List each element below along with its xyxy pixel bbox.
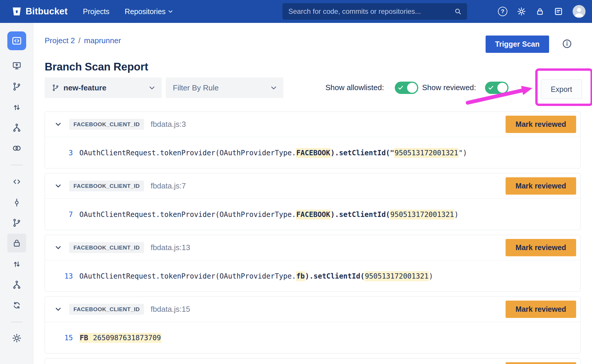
- finding-card: Mark reviewed: [45, 358, 581, 364]
- branch-icon[interactable]: [7, 77, 26, 96]
- main-content: Project 2 / maprunner Trigger Scan Branc…: [33, 23, 592, 364]
- finding-location: fbdata.js:15: [150, 305, 190, 314]
- help-icon[interactable]: ?: [498, 7, 507, 16]
- export-button[interactable]: Export: [541, 80, 582, 99]
- finding-location: fbdata.js:13: [150, 243, 190, 252]
- bitbucket-bucket-icon: [12, 6, 22, 16]
- clone-icon[interactable]: [7, 56, 26, 75]
- code-line: FB 2650987631873709: [79, 334, 161, 342]
- breadcrumb: Project 2 / maprunner: [45, 36, 121, 45]
- toggle-knob: [497, 83, 507, 93]
- sidebar: [0, 23, 34, 364]
- breadcrumb-project-link[interactable]: Project 2: [45, 36, 75, 45]
- show-reviewed-toggle[interactable]: [485, 82, 509, 94]
- findings-list: FACEBOOK_CLIENT_ID fbdata.js:3 Mark revi…: [45, 112, 581, 364]
- rule-badge: FACEBOOK_CLIENT_ID: [69, 242, 144, 253]
- finding-header: FACEBOOK_CLIENT_ID fbdata.js:3 Mark revi…: [45, 112, 580, 137]
- finding-location: fbdata.js:7: [150, 181, 186, 191]
- show-allowlisted-label: Show allowlisted:: [325, 83, 384, 92]
- line-number: 15: [45, 334, 73, 342]
- secret-scan-lock-icon[interactable]: [7, 234, 26, 252]
- lock-icon[interactable]: [536, 7, 544, 16]
- settings-gear-icon[interactable]: [7, 329, 26, 348]
- finding-header: FACEBOOK_CLIENT_ID fbdata.js:13 Mark rev…: [45, 235, 580, 260]
- navbar-actions: ?: [498, 0, 586, 23]
- finding-header: FACEBOOK_CLIENT_ID fbdata.js:15 Mark rev…: [45, 297, 580, 322]
- gear-icon[interactable]: [517, 7, 526, 16]
- pull-request-icon[interactable]: [7, 98, 26, 117]
- rule-badge: FACEBOOK_CLIENT_ID: [69, 119, 144, 130]
- brand-name: Bitbucket: [26, 6, 68, 17]
- branches-icon[interactable]: [7, 213, 26, 232]
- feedback-icon[interactable]: [554, 7, 563, 16]
- code-line: OAuthClientRequest.tokenProvider(OAuthPr…: [79, 272, 433, 280]
- chevron-down-icon: [149, 86, 155, 90]
- finding-card: FACEBOOK_CLIENT_ID fbdata.js:15 Mark rev…: [45, 296, 581, 353]
- trigger-scan-button[interactable]: Trigger Scan: [486, 36, 549, 53]
- collapse-chevron-icon[interactable]: [56, 123, 61, 126]
- top-navbar: Bitbucket Projects Repositories ?: [0, 0, 592, 23]
- deployments-icon[interactable]: [7, 139, 26, 158]
- breadcrumb-separator: /: [78, 36, 81, 45]
- check-icon: [397, 85, 404, 91]
- global-search: [282, 3, 467, 20]
- user-avatar[interactable]: [573, 5, 586, 18]
- rule-badge: FACEBOOK_CLIENT_ID: [69, 304, 144, 315]
- line-number: 3: [45, 149, 73, 157]
- toggle-knob: [407, 83, 417, 93]
- branch-selector[interactable]: new-feature: [45, 77, 162, 98]
- sidebar-divider: [11, 322, 23, 322]
- commit-icon[interactable]: [7, 193, 26, 212]
- repository-avatar[interactable]: [7, 31, 26, 50]
- show-reviewed-label: Show reviewed:: [422, 83, 476, 92]
- collapse-chevron-icon[interactable]: [56, 184, 61, 188]
- finding-location: fbdata.js:3: [150, 120, 186, 129]
- line-number: 7: [45, 210, 73, 219]
- mark-reviewed-button[interactable]: Mark reviewed: [506, 116, 576, 133]
- nav-projects[interactable]: Projects: [83, 7, 109, 16]
- rule-filter-selector[interactable]: Filter By Rule: [166, 77, 283, 98]
- source-code-icon[interactable]: [7, 172, 26, 191]
- breadcrumb-repo-link[interactable]: maprunner: [84, 36, 121, 45]
- chevron-down-icon: [168, 10, 173, 13]
- sync-icon[interactable]: [7, 296, 26, 315]
- branch-selector-value: new-feature: [63, 83, 106, 92]
- sidebar-divider: [11, 165, 23, 165]
- code-line: OAuthClientRequest.tokenProvider(OAuthPr…: [79, 149, 467, 157]
- mark-reviewed-button[interactable]: Mark reviewed: [506, 301, 576, 318]
- collapse-chevron-icon[interactable]: [56, 246, 61, 249]
- forks-icon[interactable]: [7, 275, 26, 294]
- finding-card: FACEBOOK_CLIENT_ID fbdata.js:13 Mark rev…: [45, 235, 581, 292]
- collapse-chevron-icon[interactable]: [56, 308, 61, 311]
- finding-code-row: 3 OAuthClientRequest.tokenProvider(OAuth…: [45, 137, 580, 168]
- search-input[interactable]: [288, 7, 454, 16]
- finding-code-row: 7 OAuthClientRequest.tokenProvider(OAuth…: [45, 199, 580, 230]
- fork-icon[interactable]: [7, 118, 26, 137]
- bitbucket-logo[interactable]: Bitbucket: [12, 6, 68, 17]
- search-icon[interactable]: [454, 8, 462, 15]
- page-title: Branch Scan Report: [45, 61, 148, 73]
- show-allowlisted-toggle[interactable]: [395, 82, 418, 94]
- pull-requests-icon[interactable]: [7, 255, 26, 274]
- nav-repositories-label: Repositories: [125, 7, 165, 16]
- info-icon[interactable]: [562, 39, 572, 50]
- mark-reviewed-button[interactable]: Mark reviewed: [506, 177, 576, 195]
- rule-badge: FACEBOOK_CLIENT_ID: [69, 181, 144, 191]
- person-icon: [573, 5, 586, 18]
- code-line: OAuthClientRequest.tokenProvider(OAuthPr…: [79, 210, 459, 219]
- mark-reviewed-button[interactable]: Mark reviewed: [506, 239, 576, 256]
- finding-code-row: 15 FB 2650987631873709: [45, 322, 580, 353]
- branch-icon: [52, 84, 59, 92]
- finding-card: FACEBOOK_CLIENT_ID fbdata.js:3 Mark revi…: [45, 112, 581, 168]
- finding-code-row: 13 OAuthClientRequest.tokenProvider(OAut…: [45, 260, 580, 292]
- finding-header: Mark reviewed: [45, 358, 580, 364]
- finding-card: FACEBOOK_CLIENT_ID fbdata.js:7 Mark revi…: [45, 173, 581, 230]
- chevron-down-icon: [271, 86, 276, 90]
- finding-header: FACEBOOK_CLIENT_ID fbdata.js:7 Mark revi…: [45, 173, 580, 199]
- mark-reviewed-button[interactable]: Mark reviewed: [506, 362, 576, 364]
- check-icon: [488, 85, 494, 91]
- nav-repositories[interactable]: Repositories: [125, 7, 173, 16]
- line-number: 13: [45, 272, 73, 280]
- rule-filter-placeholder: Filter By Rule: [173, 83, 219, 92]
